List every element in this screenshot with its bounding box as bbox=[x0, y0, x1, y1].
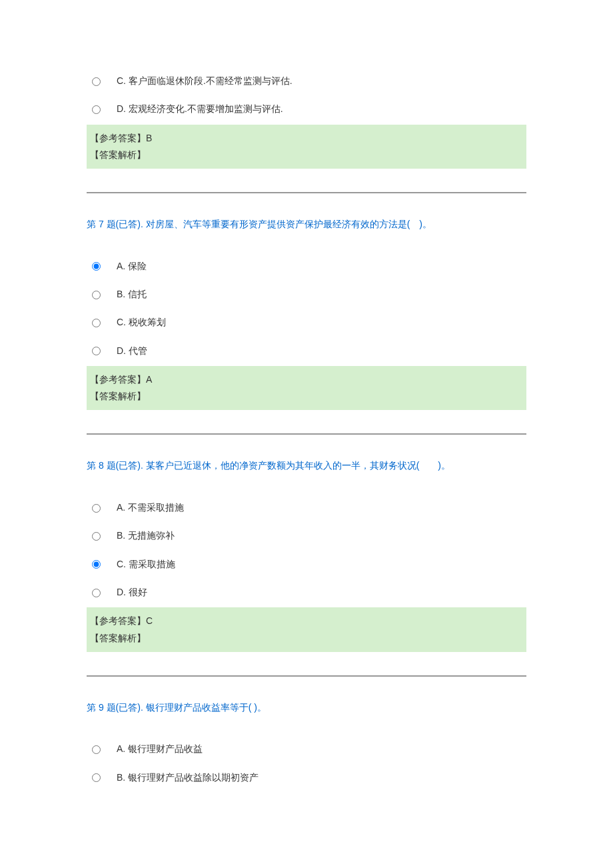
option-text: B. 无措施弥补 bbox=[117, 528, 526, 543]
radio-wrapper bbox=[87, 261, 117, 271]
answer-analysis: 【答案解析】 bbox=[90, 388, 523, 405]
option-row: B. 银行理财产品收益除以期初资产 bbox=[87, 763, 526, 791]
divider bbox=[87, 433, 526, 435]
option-text: C. 需采取措施 bbox=[117, 557, 526, 571]
divider bbox=[87, 675, 526, 677]
option-row: A. 保险 bbox=[87, 252, 526, 280]
option-row: A. 银行理财产品收益 bbox=[87, 735, 526, 763]
radio-option-b[interactable] bbox=[92, 291, 101, 299]
radio-wrapper bbox=[87, 289, 117, 299]
radio-option-b[interactable] bbox=[92, 532, 101, 541]
answer-box: 【参考答案】B 【答案解析】 bbox=[87, 125, 526, 169]
question-8: 第 8 题(已答). 某客户已近退休，他的净资产数额为其年收入的一半，其财务状况… bbox=[87, 458, 526, 651]
radio-wrapper bbox=[87, 104, 117, 114]
radio-option-d[interactable] bbox=[92, 105, 101, 114]
reference-answer: 【参考答案】A bbox=[90, 371, 523, 388]
radio-option-a[interactable] bbox=[92, 745, 101, 754]
radio-option-a[interactable] bbox=[92, 504, 101, 513]
option-row: D. 宏观经济变化.不需要增加监测与评估. bbox=[87, 95, 526, 123]
option-row: C. 税收筹划 bbox=[87, 308, 526, 336]
question-6-partial: C. 客户面临退休阶段.不需经常监测与评估. D. 宏观经济变化.不需要增加监测… bbox=[87, 67, 526, 169]
radio-wrapper bbox=[87, 345, 117, 355]
divider bbox=[87, 192, 526, 193]
option-text: C. 客户面临退休阶段.不需经常监测与评估. bbox=[117, 73, 526, 88]
answer-analysis: 【答案解析】 bbox=[90, 147, 523, 163]
option-text: B. 银行理财产品收益除以期初资产 bbox=[117, 770, 526, 785]
option-text: A. 银行理财产品收益 bbox=[117, 741, 526, 756]
radio-wrapper bbox=[87, 317, 117, 327]
option-row: D. 代管 bbox=[87, 337, 526, 365]
answer-box: 【参考答案】A 【答案解析】 bbox=[87, 366, 526, 410]
option-row: D. 很好 bbox=[87, 578, 526, 606]
radio-option-b[interactable] bbox=[92, 773, 101, 782]
question-title: 第 8 题(已答). 某客户已近退休，他的净资产数额为其年收入的一半，其财务状况… bbox=[87, 458, 526, 473]
answer-box: 【参考答案】C 【答案解析】 bbox=[87, 607, 526, 651]
radio-wrapper bbox=[87, 76, 117, 86]
radio-wrapper bbox=[87, 744, 117, 754]
option-row: B. 信托 bbox=[87, 280, 526, 308]
radio-option-c[interactable] bbox=[92, 77, 101, 86]
question-title: 第 7 题(已答). 对房屋、汽车等重要有形资产提供资产保护最经济有效的方法是(… bbox=[87, 217, 526, 231]
option-text: D. 代管 bbox=[117, 343, 526, 358]
radio-option-a[interactable] bbox=[92, 262, 101, 271]
option-text: B. 信托 bbox=[117, 287, 526, 301]
option-row: A. 不需采取措施 bbox=[87, 493, 526, 521]
radio-wrapper bbox=[87, 503, 117, 513]
option-text: A. 保险 bbox=[117, 259, 526, 273]
radio-wrapper bbox=[87, 587, 117, 597]
radio-option-c[interactable] bbox=[92, 560, 101, 569]
option-text: D. 宏观经济变化.不需要增加监测与评估. bbox=[117, 101, 526, 116]
radio-wrapper bbox=[87, 559, 117, 569]
question-9: 第 9 题(已答). 银行理财产品收益率等于( )。 A. 银行理财产品收益 B… bbox=[87, 700, 526, 791]
option-text: C. 税收筹划 bbox=[117, 315, 526, 329]
reference-answer: 【参考答案】C bbox=[90, 613, 523, 629]
answer-analysis: 【答案解析】 bbox=[90, 630, 523, 647]
option-row: B. 无措施弥补 bbox=[87, 521, 526, 549]
radio-wrapper bbox=[87, 772, 117, 782]
question-title: 第 9 题(已答). 银行理财产品收益率等于( )。 bbox=[87, 700, 526, 715]
option-row: C. 客户面临退休阶段.不需经常监测与评估. bbox=[87, 67, 526, 95]
reference-answer: 【参考答案】B bbox=[90, 130, 523, 147]
radio-option-d[interactable] bbox=[92, 589, 101, 597]
radio-option-d[interactable] bbox=[92, 347, 101, 355]
option-text: D. 很好 bbox=[117, 585, 526, 599]
radio-option-c[interactable] bbox=[92, 319, 101, 327]
option-row: C. 需采取措施 bbox=[87, 550, 526, 578]
question-7: 第 7 题(已答). 对房屋、汽车等重要有形资产提供资产保护最经济有效的方法是(… bbox=[87, 217, 526, 410]
radio-wrapper bbox=[87, 531, 117, 541]
option-text: A. 不需采取措施 bbox=[117, 500, 526, 515]
